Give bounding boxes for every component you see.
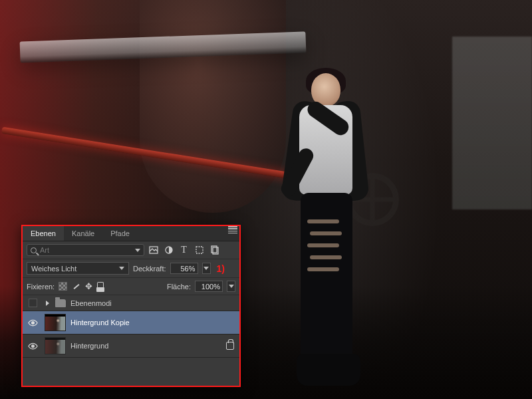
layer-thumbnail[interactable] [45,314,66,331]
layer-row[interactable]: Hintergrund Kopie [23,311,239,334]
lock-position-icon[interactable]: ✥ [85,281,92,291]
bg-window [452,37,532,209]
lock-label: Fixieren: [27,283,55,291]
folder-icon [55,299,66,307]
layer-thumbnail[interactable] [45,337,66,354]
opacity-slider-toggle[interactable] [202,263,211,274]
svg-rect-2 [196,247,203,253]
layer-row[interactable]: Hintergrund [23,334,239,358]
visibility-toggle[interactable] [25,299,40,307]
shape-filter-icon[interactable] [194,245,204,255]
opacity-label: Deckkraft: [133,265,166,273]
layers-panel: Ebenen Kanäle Pfade T Weiches Licht [21,225,241,387]
panel-menu-icon[interactable] [228,226,237,233]
bg-figure [273,73,386,392]
tab-layers[interactable]: Ebenen [23,226,64,241]
blend-mode-select[interactable]: Weiches Licht [27,262,129,275]
blend-mode-value: Weiches Licht [31,265,76,273]
layer-group-row[interactable]: Ebenenmodi [23,295,239,311]
tab-channels[interactable]: Kanäle [64,226,102,241]
text-filter-icon[interactable]: T [179,245,189,255]
fill-label: Fläche: [167,283,191,291]
tab-paths[interactable]: Pfade [102,226,138,241]
chevron-down-icon [119,267,124,270]
panel-tabs: Ebenen Kanäle Pfade [23,226,239,241]
lock-transparent-icon[interactable] [59,282,67,291]
annotation-marker: 1) [217,263,225,274]
layer-filter-input[interactable] [40,246,132,254]
layers-list: Ebenenmodi Hintergrund Kopie Hintergrund [23,295,239,358]
lock-all-icon[interactable] [97,282,104,289]
adjust-filter-icon[interactable] [164,245,174,255]
opacity-input[interactable] [170,263,198,274]
layer-filter-search[interactable] [27,244,144,256]
layer-name[interactable]: Ebenenmodi [70,299,112,307]
search-icon [31,247,37,253]
chevron-down-icon[interactable] [135,249,140,252]
lock-icon [226,342,234,350]
layer-name[interactable]: Hintergrund [70,342,108,350]
filter-icon-bar: T [148,245,219,255]
fill-input[interactable] [195,281,223,292]
fill-slider-toggle[interactable] [227,281,235,292]
visibility-toggle[interactable] [25,318,40,328]
svg-point-5 [31,321,34,324]
disclosure-triangle-icon[interactable] [46,301,49,306]
smart-filter-icon[interactable] [209,245,219,255]
layer-name[interactable]: Hintergrund Kopie [70,319,130,327]
lock-pixels-icon[interactable] [72,282,80,291]
image-filter-icon[interactable] [148,245,158,255]
svg-point-6 [31,344,34,347]
visibility-toggle[interactable] [25,341,40,351]
